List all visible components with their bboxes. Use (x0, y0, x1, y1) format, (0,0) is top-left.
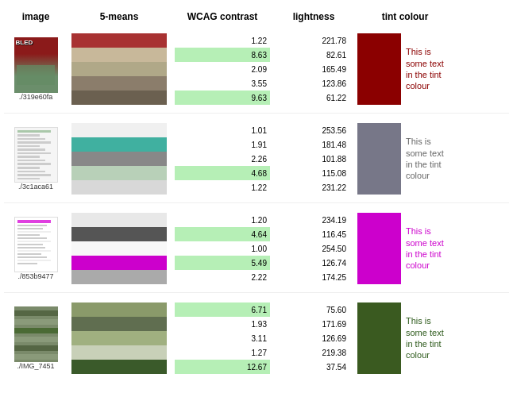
swatch (71, 302, 167, 317)
swatch (71, 360, 167, 374)
lightness-value: 115.08 (278, 166, 349, 180)
lightness-value: 181.48 (278, 137, 349, 152)
swatch (71, 227, 167, 241)
header-image: image (4, 8, 68, 25)
table-row: BLED ./319e60fa 1.22 8.63 2.09 3.55 9.63… (4, 32, 509, 114)
swatch (71, 152, 167, 166)
image-label-3: ./853b9477 (17, 272, 53, 280)
table-row: ./IMG_7451 6.71 1.93 3.11 1.27 12.67 75.… (4, 301, 509, 382)
tint-swatch-2 (357, 123, 401, 195)
contrast-value: 2.09 (175, 62, 270, 76)
swatch (71, 33, 167, 48)
lightness-value: 61.22 (278, 91, 349, 105)
swatch (71, 76, 167, 91)
contrast-value: 3.11 (175, 331, 270, 345)
lightness-cell-4: 75.60 171.69 126.69 219.38 37.54 (274, 301, 353, 376)
contrast-value: 4.68 (175, 166, 270, 180)
contrast-value: 1.22 (175, 33, 270, 48)
swatch (71, 317, 167, 331)
swatch (71, 48, 167, 62)
lightness-cell-2: 253.56 181.48 101.88 115.08 231.22 (274, 121, 353, 196)
contrast-value: 1.00 (175, 241, 270, 256)
image-doc (14, 127, 58, 183)
swatch (71, 137, 167, 152)
contrast-cell-3: 1.20 4.64 1.00 5.49 2.22 (171, 211, 274, 286)
lightness-value: 126.74 (278, 256, 349, 270)
contrast-value: 5.49 (175, 256, 270, 270)
swatches-cell-4 (68, 301, 171, 376)
swatch (71, 331, 167, 345)
image-cell-1: BLED ./319e60fa (4, 36, 68, 102)
image-bled: BLED (14, 37, 58, 93)
swatches-cell-2 (68, 121, 171, 196)
tint-cell-2: This is some text in the tint colour (353, 121, 457, 196)
table-row: ./3c1aca61 1.01 1.91 2.26 4.68 1.22 253.… (4, 121, 509, 203)
swatch (71, 166, 167, 180)
contrast-value: 1.01 (175, 123, 270, 137)
lightness-cell-1: 221.78 82.61 165.49 123.86 61.22 (274, 32, 353, 106)
lightness-value: 75.60 (278, 302, 349, 317)
tint-text-2: This is some text in the tint colour (406, 136, 453, 181)
contrast-value: 1.22 (175, 180, 270, 195)
header-tint: tint colour (353, 8, 457, 25)
contrast-value: 1.27 (175, 345, 270, 360)
lightness-value: 165.49 (278, 62, 349, 76)
contrast-value: 4.64 (175, 227, 270, 241)
main-table: image 5-means WCAG contrast lightness ti… (0, 0, 513, 398)
tint-cell-1: This is some text in the tint colour (353, 32, 457, 106)
header-fivemeans: 5-means (68, 8, 171, 25)
tint-cell-3: This is some text in the tint colour (353, 211, 457, 286)
lightness-value: 253.56 (278, 123, 349, 137)
tint-text-4: This is some text in the tint colour (406, 315, 453, 360)
image-label-4: ./IMG_7451 (17, 362, 54, 370)
lightness-value: 231.22 (278, 180, 349, 195)
contrast-cell-2: 1.01 1.91 2.26 4.68 1.22 (171, 121, 274, 196)
tint-swatch-1 (357, 33, 401, 105)
swatch (71, 91, 167, 105)
header-row: image 5-means WCAG contrast lightness ti… (4, 8, 509, 25)
image-cell-3: ./853b9477 (4, 215, 68, 282)
lightness-value: 37.54 (278, 360, 349, 374)
contrast-cell-4: 6.71 1.93 3.11 1.27 12.67 (171, 301, 274, 376)
lightness-value: 116.45 (278, 227, 349, 241)
image-cell-4: ./IMG_7451 (4, 305, 68, 372)
contrast-value: 9.63 (175, 91, 270, 105)
lightness-value: 234.19 (278, 213, 349, 227)
lightness-value: 126.69 (278, 331, 349, 345)
lightness-value: 101.88 (278, 152, 349, 166)
lightness-value: 171.69 (278, 317, 349, 331)
contrast-value: 8.63 (175, 48, 270, 62)
tint-cell-4: This is some text in the tint colour (353, 301, 457, 376)
lightness-value: 221.78 (278, 33, 349, 48)
contrast-value: 6.71 (175, 302, 270, 317)
header-wcag: WCAG contrast (171, 8, 274, 25)
lightness-value: 82.61 (278, 48, 349, 62)
image-invoice (14, 217, 58, 272)
swatch (71, 241, 167, 256)
lightness-value: 174.25 (278, 270, 349, 284)
image-cell-2: ./3c1aca61 (4, 125, 68, 192)
swatch (71, 270, 167, 284)
swatch (71, 62, 167, 76)
contrast-value: 1.20 (175, 213, 270, 227)
image-label-2: ./3c1aca61 (18, 183, 53, 191)
header-lightness: lightness (274, 8, 353, 25)
tint-text-1: This is some text in the tint colour (406, 46, 453, 91)
tint-swatch-3 (357, 213, 401, 284)
lightness-value: 219.38 (278, 345, 349, 360)
contrast-value: 1.91 (175, 137, 270, 152)
swatch (71, 213, 167, 227)
contrast-value: 2.26 (175, 152, 270, 166)
contrast-value: 3.55 (175, 76, 270, 91)
lightness-value: 254.50 (278, 241, 349, 256)
tint-swatch-4 (357, 302, 401, 374)
contrast-value: 2.22 (175, 270, 270, 284)
swatches-cell-3 (68, 211, 171, 286)
contrast-cell-1: 1.22 8.63 2.09 3.55 9.63 (171, 32, 274, 106)
table-row: ./853b9477 1.20 4.64 1.00 5.49 2.22 234.… (4, 211, 509, 293)
image-label-1: ./319e60fa (19, 93, 53, 101)
swatch (71, 256, 167, 270)
swatches-cell-1 (68, 32, 171, 106)
lightness-cell-3: 234.19 116.45 254.50 126.74 174.25 (274, 211, 353, 286)
image-seats (14, 306, 58, 362)
